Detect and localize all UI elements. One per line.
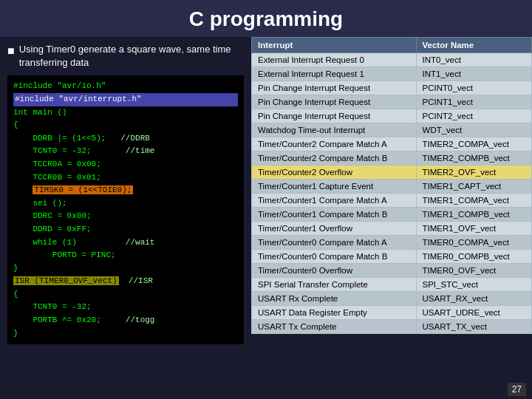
interrupt-name: Watchdog Time-out Interrupt xyxy=(252,123,417,137)
interrupt-table: Interrupt Vector Name External Interrupt… xyxy=(251,37,532,334)
table-row: Pin Change Interrupt RequestPCINT0_vect xyxy=(252,81,532,95)
table-row: Pin Change Interrupt RequestPCINT2_vect xyxy=(252,109,532,123)
bullet-point: ■ Using Timer0 generate a square wave, s… xyxy=(7,43,244,69)
interrupt-name: Timer/Counter1 Compare Match A xyxy=(252,194,417,208)
table-row: USART Tx CompleteUSART_TX_vect xyxy=(252,320,532,334)
code-line: { xyxy=(13,119,238,132)
interrupt-name: USART Data Register Empty xyxy=(252,306,417,320)
interrupt-name: Timer/Counter2 Overflow xyxy=(252,166,417,180)
vector-name: INT0_vect xyxy=(416,53,531,67)
vector-name: TIMER1_COMPB_vect xyxy=(416,208,531,222)
table-row: Timer/Counter1 Compare Match ATIMER1_COM… xyxy=(252,194,532,208)
interrupt-table-section: Interrupt Vector Name External Interrupt… xyxy=(251,37,532,398)
code-line: PORTB ^= 0x20; //togg xyxy=(13,314,238,327)
table-row: USART Data Register EmptyUSART_UDRE_vect xyxy=(252,306,532,320)
vector-name: TIMER0_COMPB_vect xyxy=(416,250,531,264)
page-title: C programming xyxy=(0,0,532,37)
page-number: 27 xyxy=(508,383,526,396)
code-line: TCCR0B = 0x01; xyxy=(13,171,238,185)
interrupt-name: Pin Change Interrupt Request xyxy=(252,81,417,95)
interrupt-name: Timer/Counter0 Compare Match A xyxy=(252,236,417,250)
table-row: SPI Serial Transfer CompleteSPI_STC_vect xyxy=(252,278,532,292)
vector-name: WDT_vect xyxy=(416,123,531,137)
code-line: DDRD = 0xFF; xyxy=(13,223,238,236)
main-content: ■ Using Timer0 generate a square wave, s… xyxy=(0,37,532,398)
code-line: } xyxy=(13,327,238,341)
code-line: while (1) //wait xyxy=(13,236,238,250)
vector-name: PCINT1_vect xyxy=(416,95,531,109)
table-row: Watchdog Time-out InterruptWDT_vect xyxy=(252,123,532,137)
code-line: } xyxy=(13,262,238,276)
col-vector-name: Vector Name xyxy=(416,38,531,53)
vector-name: TIMER2_COMPA_vect xyxy=(416,137,531,151)
code-line: #include "avr/io.h" xyxy=(13,80,238,93)
interrupt-name: SPI Serial Transfer Complete xyxy=(252,278,417,292)
code-line: TCCR0A = 0x00; xyxy=(13,158,238,171)
code-section: ■ Using Timer0 generate a square wave, s… xyxy=(0,37,251,398)
interrupt-name: Pin Change Interrupt Request xyxy=(252,95,417,109)
code-line: sei (); xyxy=(13,197,238,211)
code-line: { xyxy=(13,288,238,301)
vector-name: PCINT0_vect xyxy=(416,81,531,95)
interrupt-name: External Interrupt Request 0 xyxy=(252,53,417,67)
vector-name: TIMER1_OVF_vect xyxy=(416,222,531,236)
table-row: Pin Change Interrupt RequestPCINT1_vect xyxy=(252,95,532,109)
table-row: Timer/Counter0 OverflowTIMER0_OVF_vect xyxy=(252,264,532,278)
interrupt-name: USART Rx Complete xyxy=(252,292,417,306)
table-row: Timer/Counter2 Compare Match BTIMER2_COM… xyxy=(252,151,532,166)
interrupt-name: Timer/Counter1 Capture Event xyxy=(252,180,417,194)
interrupt-name: Timer/Counter1 Compare Match B xyxy=(252,208,417,222)
vector-name: PCINT2_vect xyxy=(416,109,531,123)
vector-name: TIMER2_OVF_vect xyxy=(416,166,531,180)
code-line-include-interrupt: #include "avr/interrupt.h" xyxy=(13,93,238,106)
code-line: DDRC = 0x00; xyxy=(13,210,238,223)
bullet-icon: ■ xyxy=(7,43,15,59)
table-row: USART Rx CompleteUSART_RX_vect xyxy=(252,292,532,306)
table-row: External Interrupt Request 0INT0_vect xyxy=(252,53,532,67)
interrupt-name: Timer/Counter2 Compare Match B xyxy=(252,151,417,166)
code-line: TCNT0 = -32; xyxy=(13,301,238,314)
table-row: Timer/Counter1 Capture EventTIMER1_CAPT_… xyxy=(252,180,532,194)
vector-name: SPI_STC_vect xyxy=(416,278,531,292)
code-block: #include "avr/io.h" #include "avr/interr… xyxy=(7,75,244,344)
interrupt-name: External Interrupt Request 1 xyxy=(252,67,417,81)
table-header-row: Interrupt Vector Name xyxy=(252,38,532,53)
vector-name: TIMER0_COMPA_vect xyxy=(416,236,531,250)
interrupt-name: Pin Change Interrupt Request xyxy=(252,109,417,123)
code-line: int main () xyxy=(13,106,238,120)
bullet-text: Using Timer0 generate a square wave, sam… xyxy=(19,43,244,69)
interrupt-name: Timer/Counter2 Compare Match A xyxy=(252,137,417,151)
vector-name: USART_RX_vect xyxy=(416,292,531,306)
interrupt-name: USART Tx Complete xyxy=(252,320,417,334)
interrupt-name: Timer/Counter0 Compare Match B xyxy=(252,250,417,264)
table-row: Timer/Counter0 Compare Match BTIMER0_COM… xyxy=(252,250,532,264)
vector-name: TIMER0_OVF_vect xyxy=(416,264,531,278)
code-line-timsk: TIMSK0 = (1<<TOIE0); xyxy=(13,184,238,197)
code-line-isr: ISR (TIMER0_OVF_vect) //ISR xyxy=(13,275,238,288)
table-row: Timer/Counter1 Compare Match BTIMER1_COM… xyxy=(252,208,532,222)
col-interrupt: Interrupt xyxy=(252,38,417,53)
vector-name: USART_TX_vect xyxy=(416,320,531,334)
vector-name: TIMER1_COMPA_vect xyxy=(416,194,531,208)
vector-name: TIMER2_COMPB_vect xyxy=(416,151,531,166)
vector-name: USART_UDRE_vect xyxy=(416,306,531,320)
table-row: Timer/Counter2 OverflowTIMER2_OVF_vect xyxy=(252,166,532,180)
code-line: DDRB |= (1<<5); //DDRB xyxy=(13,132,238,146)
interrupt-name: Timer/Counter1 Overflow xyxy=(252,222,417,236)
vector-name: INT1_vect xyxy=(416,67,531,81)
interrupt-name: Timer/Counter0 Overflow xyxy=(252,264,417,278)
table-row: Timer/Counter2 Compare Match ATIMER2_COM… xyxy=(252,137,532,151)
vector-name: TIMER1_CAPT_vect xyxy=(416,180,531,194)
code-line: PORTD = PINC; xyxy=(13,249,238,262)
table-row: Timer/Counter1 OverflowTIMER1_OVF_vect xyxy=(252,222,532,236)
code-line: TCNT0 = -32; //time xyxy=(13,145,238,158)
table-row: External Interrupt Request 1INT1_vect xyxy=(252,67,532,81)
table-row: Timer/Counter0 Compare Match ATIMER0_COM… xyxy=(252,236,532,250)
